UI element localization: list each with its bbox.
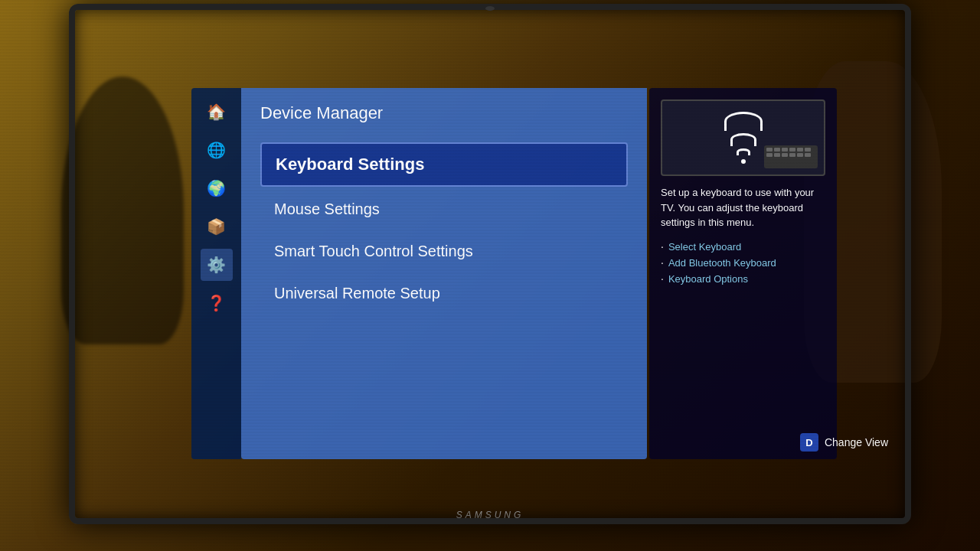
key [782,148,788,152]
wifi-icon [724,112,763,164]
hint-d-button: D [800,433,818,452]
key [805,153,811,157]
keyboard-preview [764,145,818,168]
help-icon: ❓ [207,294,226,312]
bullet-label-keyboard-options: Keyboard Options [668,273,748,285]
sidebar-icon-home[interactable]: 🏠 [201,96,233,128]
info-bullet-select-keyboard: · Select Keyboard [661,241,825,253]
bullet-label-add-bluetooth: Add Bluetooth Keyboard [668,257,776,269]
settings-icon: ⚙️ [207,256,226,274]
wifi-arc-large [724,112,763,131]
menu-panel: Device Manager Keyboard Settings Mouse S… [241,88,647,459]
info-panel: Set up a keyboard to use with your TV. Y… [649,88,837,459]
globe-icon: 🌍 [207,179,226,197]
sidebar: 🏠 🌐 🌍 📦 ⚙️ ❓ [191,88,241,459]
key [797,153,803,157]
sidebar-icon-globe[interactable]: 🌍 [201,172,233,204]
menu-item-universal-remote[interactable]: Universal Remote Setup [260,274,628,313]
info-bullets: · Select Keyboard · Add Bluetooth Keyboa… [661,241,825,285]
bg-figure-left [61,77,184,344]
sidebar-icon-network[interactable]: 🌐 [201,134,233,166]
sidebar-icon-settings[interactable]: ⚙️ [201,249,233,281]
key [774,153,780,157]
bullet-dot-2: · [661,257,664,268]
bullet-label-select-keyboard: Select Keyboard [668,241,741,253]
wifi-arc-medium [730,133,756,146]
info-bullet-keyboard-options: · Keyboard Options [661,273,825,285]
home-icon: 🏠 [207,103,226,121]
key [789,153,795,157]
menu-item-smart-touch[interactable]: Smart Touch Control Settings [260,232,628,271]
tv-camera-notch [485,6,495,11]
keyboard-keys [764,145,818,159]
info-description: Set up a keyboard to use with your TV. Y… [661,185,825,230]
box-icon: 📦 [207,217,226,236]
key [805,148,811,152]
bottom-hint: D Change View [800,433,888,452]
info-preview-image [661,99,825,176]
menu-item-mouse-settings[interactable]: Mouse Settings [260,190,628,229]
wifi-arc-small [737,148,750,155]
hint-change-view: Change View [825,436,888,448]
key [766,153,773,157]
samsung-logo: SAMSUNG [456,510,524,520]
network-icon: 🌐 [207,141,226,159]
key [782,153,788,157]
key [797,148,803,152]
menu-item-keyboard-settings[interactable]: Keyboard Settings [260,142,628,187]
panel-title: Device Manager [260,103,628,127]
key [766,148,773,152]
bullet-dot-1: · [661,241,664,252]
tv-frame: 🏠 🌐 🌍 📦 ⚙️ ❓ Device Manager Keyboard Set… [0,0,980,551]
sidebar-icon-box[interactable]: 📦 [201,210,233,243]
wifi-dot [741,159,746,164]
key [789,148,795,152]
sidebar-icon-help[interactable]: ❓ [201,287,233,319]
bullet-dot-3: · [661,273,664,284]
key [774,148,780,152]
info-bullet-add-bluetooth: · Add Bluetooth Keyboard [661,257,825,269]
